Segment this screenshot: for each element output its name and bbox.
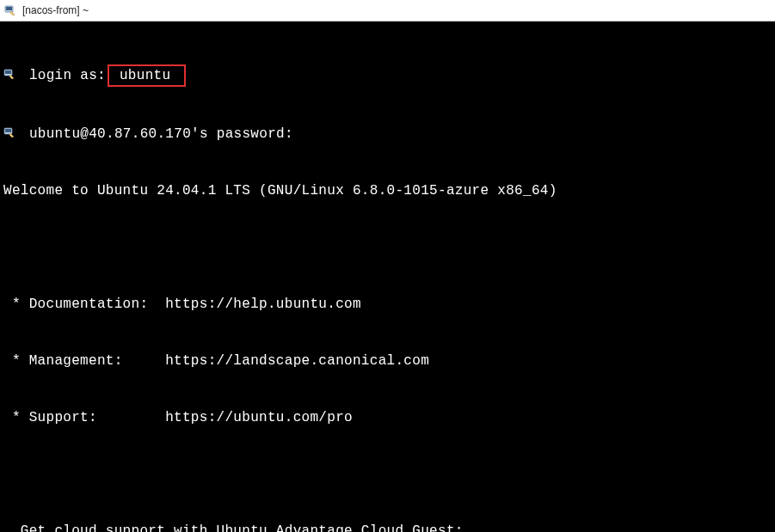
motd-welcome: Welcome to Ubuntu 24.04.1 LTS (GNU/Linux… [3,181,772,200]
putty-line-icon [3,68,17,80]
svg-rect-5 [5,129,11,132]
svg-rect-1 [6,7,12,10]
motd-doc: * Documentation: https://help.ubuntu.com [3,295,772,314]
terminal-viewport[interactable]: login as: ubuntu ubuntu@40.87.60.170's p… [0,21,775,532]
login-username: ubuntu [120,68,170,83]
window-title: [nacos-from] ~ [22,4,89,16]
password-line: ubuntu@40.87.60.170's password: [3,125,772,144]
login-username-highlight: ubuntu [108,64,186,87]
svg-rect-3 [5,70,11,74]
blank-line [3,465,772,484]
password-prompt-text: ubuntu@40.87.60.170's password: [29,126,293,142]
blank-line [3,238,772,257]
putty-line-icon [3,126,17,138]
window-titlebar: [nacos-from] ~ [0,0,775,21]
login-prompt-text: login as: [29,68,106,83]
motd-mgmt: * Management: https://landscape.canonica… [3,352,772,370]
motd-support: * Support: https://ubuntu.com/pro [3,408,772,427]
motd-cloud-1: Get cloud support with Ubuntu Advantage … [3,522,772,532]
putty-icon [3,3,17,17]
login-line: login as: ubuntu [3,64,772,87]
